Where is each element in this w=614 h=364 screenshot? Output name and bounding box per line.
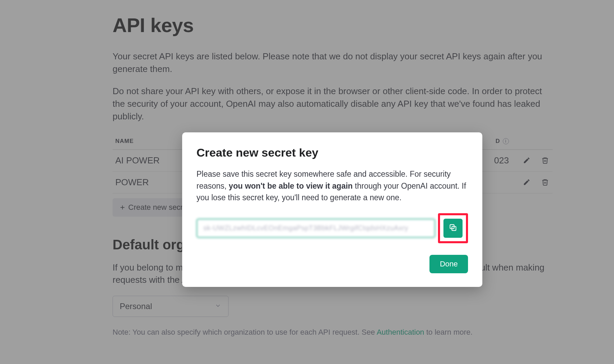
create-key-modal: Create new secret key Please save this s… bbox=[182, 132, 482, 287]
copy-highlight-box bbox=[438, 213, 468, 243]
secret-key-row: sk-UWZLzwhIDLcvEOnEmgaPspT3BbkFLJWrgifCt… bbox=[196, 213, 468, 243]
secret-key-field[interactable]: sk-UWZLzwhIDLcvEOnEmgaPspT3BbkFLJWrgifCt… bbox=[196, 219, 435, 238]
done-button[interactable]: Done bbox=[429, 255, 468, 273]
modal-actions: Done bbox=[196, 255, 468, 273]
copy-icon bbox=[449, 223, 457, 233]
modal-body: Please save this secret key somewhere sa… bbox=[196, 168, 468, 204]
modal-title: Create new secret key bbox=[196, 146, 468, 159]
modal-body-bold: you won't be able to view it again bbox=[229, 181, 353, 190]
page-root: API keys Your secret API keys are listed… bbox=[0, 0, 614, 364]
modal-overlay[interactable]: Create new secret key Please save this s… bbox=[0, 0, 614, 364]
copy-key-button[interactable] bbox=[443, 219, 463, 238]
